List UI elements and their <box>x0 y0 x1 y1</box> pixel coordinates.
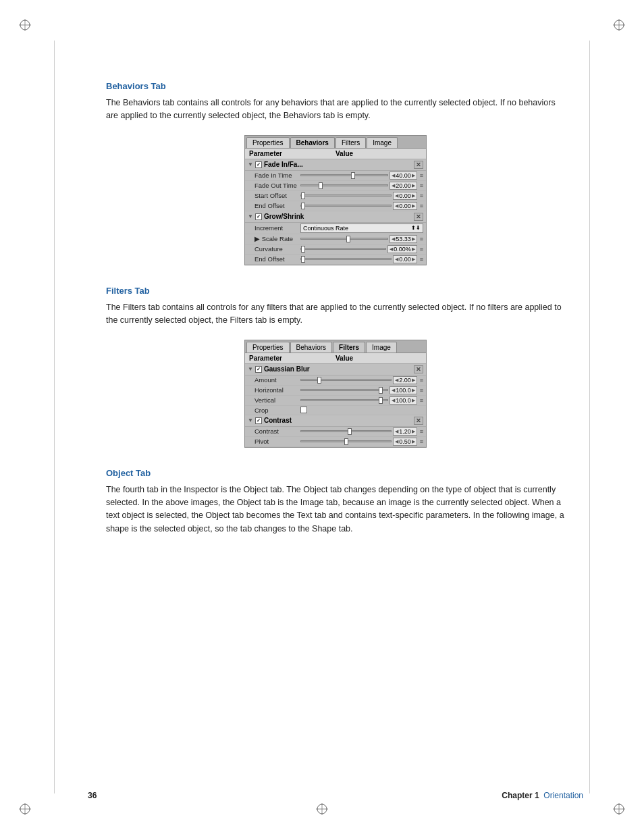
param-start-offset-control[interactable]: ◀ 0.00 ▶ ≡ <box>300 192 423 200</box>
arrow-right-vertical[interactable]: ▶ <box>412 398 415 403</box>
param-pivot-control[interactable]: ◀ 0.50 ▶ ≡ <box>300 438 423 446</box>
value-end-offset-1[interactable]: ◀ 0.00 ▶ <box>393 202 417 210</box>
tab-properties-1[interactable]: Properties <box>246 137 290 148</box>
arrow-right-fade-in[interactable]: ▶ <box>412 173 415 178</box>
value-start-offset[interactable]: ◀ 0.00 ▶ <box>393 192 417 200</box>
slider-scale-rate[interactable] <box>300 238 388 240</box>
value-contrast[interactable]: ◀ 1.20 ▶ <box>393 427 417 436</box>
param-fade-in-time-control[interactable]: ◀ 40.00 ▶ ≡ <box>300 172 423 180</box>
thumb-end-offset-1[interactable] <box>301 203 305 209</box>
slider-end-offset-1[interactable] <box>300 205 392 207</box>
row-curvature: Curvature ◀ 0.00% ▶ ≡ <box>245 244 426 255</box>
arrow-right-curvature[interactable]: ▶ <box>412 246 415 252</box>
close-grow-button[interactable]: ✕ <box>414 213 423 221</box>
checkbox-crop[interactable] <box>300 407 307 413</box>
arrow-left-scale-rate[interactable]: ◀ <box>392 236 395 242</box>
checkbox-contrast[interactable]: ✓ <box>255 417 262 424</box>
arrow-left-fade-in[interactable]: ◀ <box>392 173 395 178</box>
slider-amount[interactable] <box>300 379 392 381</box>
arrow-left-contrast[interactable]: ◀ <box>395 429 398 434</box>
arrow-left-fade-out[interactable]: ◀ <box>392 183 395 188</box>
thumb-fade-in-time[interactable] <box>351 172 355 179</box>
slider-vertical[interactable] <box>300 399 388 401</box>
thumb-curvature[interactable] <box>301 246 305 253</box>
eq-fade-out-time: ≡ <box>420 182 423 189</box>
param-amount-control[interactable]: ◀ 2.00 ▶ ≡ <box>300 376 423 384</box>
param-crop-control[interactable] <box>300 407 423 413</box>
thumb-horizontal[interactable] <box>379 387 383 394</box>
thumb-scale-rate[interactable] <box>346 236 350 242</box>
value-fade-in-time[interactable]: ◀ 40.00 ▶ <box>390 172 417 180</box>
param-scale-rate-control[interactable]: ◀ 53.33 ▶ ≡ <box>300 235 423 243</box>
arrow-right-scale-rate[interactable]: ▶ <box>412 236 415 242</box>
param-end-offset-1-control[interactable]: ◀ 0.00 ▶ ≡ <box>300 202 423 210</box>
arrow-right-contrast[interactable]: ▶ <box>412 429 415 434</box>
thumb-vertical[interactable] <box>379 397 383 404</box>
thumb-amount[interactable] <box>317 377 321 384</box>
arrow-left-pivot[interactable]: ◀ <box>395 439 398 444</box>
tab-behaviors-1[interactable]: Behaviors <box>290 137 335 148</box>
thumb-start-offset[interactable] <box>301 192 305 199</box>
arrow-right-end-offset-2[interactable]: ▶ <box>412 257 415 262</box>
value-vertical[interactable]: ◀ 100.0 ▶ <box>390 396 417 405</box>
tab-behaviors-2[interactable]: Behaviors <box>290 342 332 353</box>
tab-filters-2[interactable]: Filters <box>333 342 365 353</box>
thumb-end-offset-2[interactable] <box>301 256 305 263</box>
checkbox-gaussian[interactable]: ✓ <box>255 366 262 373</box>
close-gaussian-button[interactable]: ✕ <box>414 365 423 373</box>
value-scale-rate[interactable]: ◀ 53.33 ▶ <box>390 235 417 243</box>
arrow-right-amount[interactable]: ▶ <box>412 377 415 383</box>
arrow-left-start-offset[interactable]: ◀ <box>395 193 398 199</box>
slider-pivot[interactable] <box>300 440 392 442</box>
arrow-left-vertical[interactable]: ◀ <box>392 398 395 403</box>
slider-curvature[interactable] <box>300 248 386 250</box>
thumb-fade-out-time[interactable] <box>319 182 323 189</box>
slider-fade-in-time[interactable] <box>300 174 388 176</box>
arrow-right-start-offset[interactable]: ▶ <box>412 193 415 199</box>
thumb-pivot[interactable] <box>344 438 348 445</box>
slider-horizontal[interactable] <box>300 389 388 391</box>
slider-end-offset-2[interactable] <box>300 258 392 260</box>
param-end-offset-2-control[interactable]: ◀ 0.00 ▶ ≡ <box>300 255 423 263</box>
checkbox-grow[interactable]: ✓ <box>255 213 262 220</box>
dropdown-increment[interactable]: Continuous Rate ⬆⬇ <box>300 224 423 233</box>
param-increment-control[interactable]: Continuous Rate ⬆⬇ <box>300 224 423 233</box>
value-curvature[interactable]: ◀ 0.00% ▶ <box>387 245 417 253</box>
arrow-left-curvature[interactable]: ◀ <box>390 246 393 252</box>
arrow-left-amount[interactable]: ◀ <box>395 377 398 383</box>
val-fade-in-time: 40.00 <box>396 172 411 179</box>
tab-image-2[interactable]: Image <box>366 342 397 353</box>
param-fade-out-time-control[interactable]: ◀ 20.00 ▶ ≡ <box>300 182 423 190</box>
close-contrast-button[interactable]: ✕ <box>414 417 423 425</box>
slider-start-offset[interactable] <box>300 194 392 197</box>
value-end-offset-2[interactable]: ◀ 0.00 ▶ <box>393 255 417 263</box>
slider-contrast[interactable] <box>300 430 392 432</box>
tab-filters-1[interactable]: Filters <box>336 137 366 148</box>
param-curvature-control[interactable]: ◀ 0.00% ▶ ≡ <box>300 245 423 253</box>
value-horizontal[interactable]: ◀ 100.0 ▶ <box>390 386 417 394</box>
tab-properties-2[interactable]: Properties <box>246 342 290 353</box>
triangle-icon-fade: ▼ <box>248 161 253 167</box>
arrow-left-horizontal[interactable]: ◀ <box>392 388 395 393</box>
thumb-contrast[interactable] <box>348 428 352 435</box>
close-fade-button[interactable]: ✕ <box>414 161 423 169</box>
corner-mark-bm <box>316 803 328 815</box>
arrow-right-end-offset-1[interactable]: ▶ <box>412 203 415 209</box>
arrow-right-fade-out[interactable]: ▶ <box>412 183 415 188</box>
value-amount[interactable]: ◀ 2.00 ▶ <box>393 376 417 384</box>
arrow-left-end-offset-1[interactable]: ◀ <box>395 203 398 209</box>
param-horizontal-control[interactable]: ◀ 100.0 ▶ ≡ <box>300 386 423 394</box>
group-grow-shrink-header-left: ▼ ✓ Grow/Shrink <box>248 213 304 220</box>
param-vertical-control[interactable]: ◀ 100.0 ▶ ≡ <box>300 396 423 405</box>
value-fade-out-time[interactable]: ◀ 20.00 ▶ <box>390 182 417 190</box>
param-contrast-control[interactable]: ◀ 1.20 ▶ ≡ <box>300 427 423 436</box>
group-contrast-header-left: ▼ ✓ Contrast <box>248 417 292 424</box>
arrow-left-end-offset-2[interactable]: ◀ <box>395 257 398 262</box>
checkbox-fade[interactable]: ✓ <box>255 161 262 168</box>
arrow-right-pivot[interactable]: ▶ <box>412 439 415 444</box>
slider-fade-out-time[interactable] <box>300 184 388 186</box>
arrow-right-horizontal[interactable]: ▶ <box>412 388 415 393</box>
param-horizontal-label: Horizontal <box>254 386 300 394</box>
value-pivot[interactable]: ◀ 0.50 ▶ <box>393 438 417 446</box>
tab-image-1[interactable]: Image <box>367 137 398 148</box>
